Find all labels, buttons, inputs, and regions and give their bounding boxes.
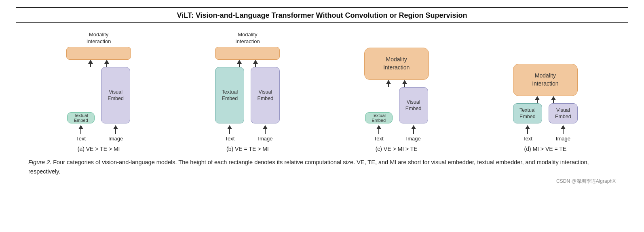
page-container: ViLT: Vision-and-Language Transformer Wi… <box>0 0 644 232</box>
te-box-a: TextualEmbed <box>67 112 95 123</box>
diagram-b: ModalityInteraction TextualEmbed Text Vi… <box>179 31 316 142</box>
svg-rect-9 <box>239 64 240 67</box>
arrow-ve-to-mi-a <box>104 60 109 67</box>
text-label-d: Text <box>523 136 532 142</box>
arrow-ve-to-mi-b <box>253 60 258 67</box>
svg-rect-1 <box>90 64 91 67</box>
ve-col-d: VisualEmbed Image <box>549 103 578 142</box>
arrow-ve-to-mi-d <box>551 96 556 103</box>
svg-rect-19 <box>404 84 405 87</box>
modality-label-c: ModalityInteraction <box>383 56 410 71</box>
arrow-text-to-te-a <box>78 125 83 134</box>
svg-rect-23 <box>413 129 414 134</box>
svg-marker-16 <box>386 80 391 84</box>
ve-col-a: VisualEmbed Image <box>101 67 130 142</box>
image-label-d: Image <box>556 136 570 142</box>
arrow-text-to-te-d <box>525 125 530 134</box>
modality-label-d: ModalityInteraction <box>532 72 558 88</box>
arrow-text-to-te-c <box>376 125 381 134</box>
te-col-b: TextualEmbed Text <box>215 67 244 142</box>
modality-label-b: ModalityInteraction <box>235 31 260 45</box>
svg-marker-22 <box>411 125 416 129</box>
svg-marker-18 <box>402 80 407 84</box>
caption-c: (c) VE > MI > TE <box>328 146 465 152</box>
diagrams-row: ModalityInteraction TextualEmbed <box>16 31 628 142</box>
svg-rect-31 <box>563 129 564 134</box>
diagram-a: ModalityInteraction TextualEmbed <box>30 31 167 142</box>
caption-b: (b) VE = TE > MI <box>179 146 316 152</box>
ve-box-a: VisualEmbed <box>101 67 130 123</box>
arrow-te-to-mi-c <box>386 80 391 87</box>
arrow-te-to-mi-a <box>88 60 93 67</box>
title-section: ViLT: Vision-and-Language Transformer Wi… <box>16 7 628 23</box>
svg-marker-0 <box>88 60 93 64</box>
arrow-image-to-ve-d <box>561 125 566 134</box>
svg-rect-15 <box>265 129 266 134</box>
te-col-a: TextualEmbed Text <box>67 112 95 142</box>
svg-rect-5 <box>80 129 81 134</box>
diagram-d: ModalityInteraction TextualEmbed Text Vi… <box>477 64 614 142</box>
arrow-image-to-ve-c <box>411 125 416 134</box>
svg-marker-14 <box>263 125 268 129</box>
caption-a: (a) VE > TE > MI <box>30 146 167 152</box>
svg-rect-17 <box>388 84 389 87</box>
embed-row-d: TextualEmbed Text VisualEmbed Image <box>513 103 578 142</box>
text-label-c: Text <box>374 136 384 142</box>
te-box-c: TextualEmbed <box>365 112 393 123</box>
diagrams-labels-row: (a) VE > TE > MI (b) VE = TE > MI (c) VE… <box>16 146 628 152</box>
mi-box-c: ModalityInteraction <box>364 48 429 80</box>
arrow-te-to-mi-b <box>237 60 242 67</box>
ve-box-d: VisualEmbed <box>549 103 578 123</box>
image-label-c: Image <box>406 136 421 142</box>
svg-marker-10 <box>253 60 258 64</box>
diagram-c: ModalityInteraction TextualEmbed Text Vi… <box>328 48 465 142</box>
figure-caption-italic: Figure 2. <box>28 159 51 165</box>
svg-marker-6 <box>113 125 118 129</box>
ve-box-c: VisualEmbed <box>399 87 428 123</box>
image-label-b: Image <box>258 136 272 142</box>
svg-marker-28 <box>525 125 530 129</box>
svg-rect-3 <box>106 64 107 67</box>
figure-caption: Figure 2. Four categories of vision-and-… <box>16 158 628 176</box>
modality-label-a: ModalityInteraction <box>87 31 111 45</box>
arrow-image-to-ve-a <box>113 125 118 134</box>
text-label-a: Text <box>76 136 86 142</box>
svg-marker-20 <box>376 125 381 129</box>
svg-rect-27 <box>553 100 554 103</box>
embed-row-a: TextualEmbed Text VisualEmbed Image <box>67 67 130 142</box>
svg-rect-25 <box>537 100 538 103</box>
ve-col-c: VisualEmbed Image <box>399 87 428 142</box>
arrow-text-to-te-b <box>227 125 232 134</box>
svg-marker-4 <box>78 125 83 129</box>
svg-marker-2 <box>104 60 109 64</box>
embed-row-c: TextualEmbed Text VisualEmbed Image <box>365 87 428 142</box>
svg-rect-11 <box>255 64 256 67</box>
embed-row-b: TextualEmbed Text VisualEmbed Image <box>215 67 280 142</box>
svg-marker-26 <box>551 96 556 100</box>
figure-caption-text: Four categories of vision-and-language m… <box>28 159 589 175</box>
te-box-d: TextualEmbed <box>513 103 542 123</box>
svg-rect-29 <box>527 129 528 134</box>
watermark: CSDN @深圳季连AlgraphX <box>16 178 628 185</box>
svg-marker-8 <box>237 60 242 64</box>
caption-d: (d) MI > VE = TE <box>477 146 614 152</box>
te-box-b: TextualEmbed <box>215 67 244 123</box>
arrow-image-to-ve-b <box>263 125 268 134</box>
mi-box-a <box>66 47 131 60</box>
svg-rect-7 <box>115 129 116 134</box>
ve-col-b: VisualEmbed Image <box>251 67 280 142</box>
te-col-d: TextualEmbed Text <box>513 103 542 142</box>
ve-box-b: VisualEmbed <box>251 67 280 123</box>
svg-marker-30 <box>561 125 566 129</box>
image-label-a: Image <box>108 136 123 142</box>
mi-box-d: ModalityInteraction <box>513 64 578 96</box>
arrow-te-to-mi-d <box>535 96 540 103</box>
te-col-c: TextualEmbed Text <box>365 112 393 142</box>
svg-rect-21 <box>378 129 379 134</box>
mi-box-b <box>215 47 280 60</box>
svg-marker-12 <box>227 125 232 129</box>
svg-marker-24 <box>535 96 540 100</box>
text-label-b: Text <box>225 136 234 142</box>
page-title: ViLT: Vision-and-Language Transformer Wi… <box>177 11 467 19</box>
arrow-ve-to-mi-c <box>402 80 407 87</box>
